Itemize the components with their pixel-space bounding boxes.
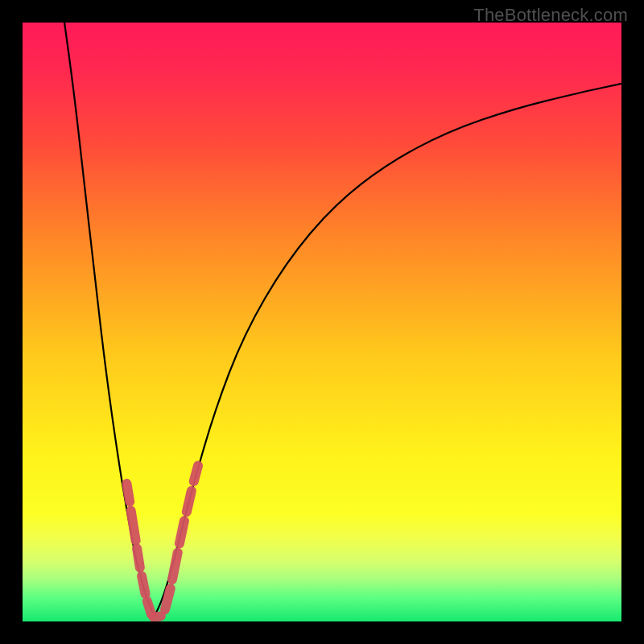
chart-frame: TheBottleneck.com (0, 0, 644, 644)
marker-segment (131, 510, 136, 540)
watermark-text: TheBottleneck.com (473, 5, 628, 26)
marker-segment (126, 484, 130, 502)
marker-segment (165, 588, 171, 609)
curve-right-branch (155, 84, 621, 617)
data-point-markers (126, 466, 198, 617)
plot-area (23, 23, 621, 621)
marker-segment (154, 616, 161, 617)
marker-segment (142, 576, 145, 593)
marker-segment (172, 552, 178, 579)
marker-segment (137, 548, 140, 568)
curve-left-branch (64, 23, 155, 617)
marker-segment (180, 521, 184, 543)
marker-segment (187, 491, 192, 512)
curve-layer (23, 23, 621, 621)
marker-segment (194, 466, 198, 481)
marker-segment (147, 601, 151, 614)
